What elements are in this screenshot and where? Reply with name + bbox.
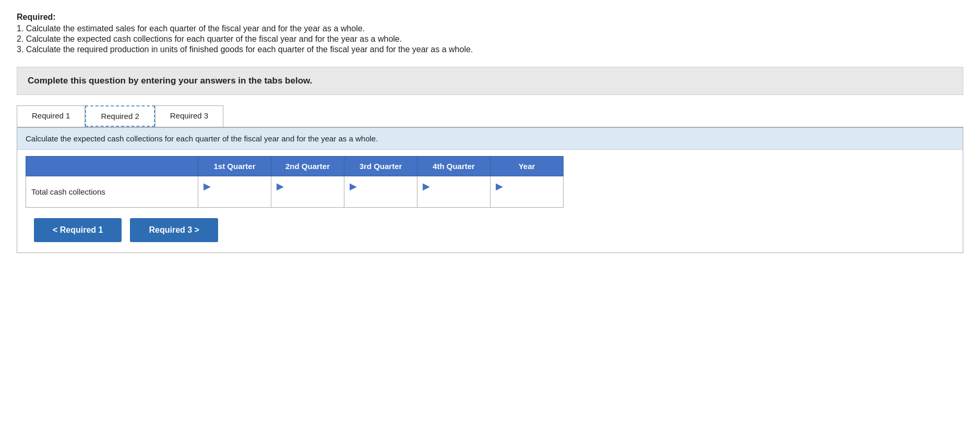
tab-required-3[interactable]: Required 3	[155, 105, 223, 127]
cell-year-total-cash[interactable]: ▶	[491, 176, 564, 208]
header-q3: 3rd Quarter	[344, 157, 417, 176]
tab-description: Calculate the expected cash collections …	[17, 128, 963, 150]
instruction-box: Complete this question by entering your …	[17, 67, 963, 95]
header-year: Year	[491, 157, 564, 176]
required-item-3: 3. Calculate the required production in …	[17, 45, 963, 54]
prev-button[interactable]: < Required 1	[34, 218, 122, 242]
table-row: Total cash collections ▶ ▶ ▶ ▶	[26, 176, 564, 208]
tab-required-2[interactable]: Required 2	[85, 105, 154, 127]
required-list: 1. Calculate the estimated sales for eac…	[17, 24, 963, 54]
input-year-total-cash[interactable]	[496, 192, 558, 203]
arrow-icon-q2: ▶	[277, 181, 284, 192]
header-q4: 4th Quarter	[417, 157, 491, 176]
arrow-icon-q1: ▶	[204, 181, 211, 192]
next-button[interactable]: Required 3 >	[130, 218, 218, 242]
required-item-2: 2. Calculate the expected cash collectio…	[17, 34, 963, 44]
table-wrapper: 1st Quarter 2nd Quarter 3rd Quarter 4th …	[17, 150, 963, 253]
arrow-icon-q3: ▶	[350, 181, 357, 192]
tab-required-1[interactable]: Required 1	[17, 105, 85, 127]
cell-q4-total-cash[interactable]: ▶	[417, 176, 491, 208]
instruction-text: Complete this question by entering your …	[28, 76, 312, 86]
tabs-container: Required 1 Required 2 Required 3	[17, 105, 963, 128]
cell-q3-total-cash[interactable]: ▶	[344, 176, 417, 208]
required-header: Required:	[17, 13, 963, 22]
header-q2: 2nd Quarter	[271, 157, 344, 176]
input-q4-total-cash[interactable]	[423, 192, 485, 203]
input-q3-total-cash[interactable]	[350, 192, 412, 203]
input-q1-total-cash[interactable]	[204, 192, 266, 203]
cell-q2-total-cash[interactable]: ▶	[271, 176, 344, 208]
tab-panel: Calculate the expected cash collections …	[17, 128, 963, 253]
nav-buttons: < Required 1 Required 3 >	[26, 218, 954, 242]
required-item-1: 1. Calculate the estimated sales for eac…	[17, 24, 963, 33]
table-header-row: 1st Quarter 2nd Quarter 3rd Quarter 4th …	[26, 157, 564, 176]
header-label	[26, 157, 198, 176]
arrow-icon-q4: ▶	[423, 181, 430, 192]
arrow-icon-year: ▶	[496, 181, 503, 192]
row-label-total-cash: Total cash collections	[26, 176, 198, 208]
header-q1: 1st Quarter	[198, 157, 271, 176]
cell-q1-total-cash[interactable]: ▶	[198, 176, 271, 208]
input-q2-total-cash[interactable]	[277, 192, 339, 203]
cash-collections-table: 1st Quarter 2nd Quarter 3rd Quarter 4th …	[26, 156, 564, 208]
